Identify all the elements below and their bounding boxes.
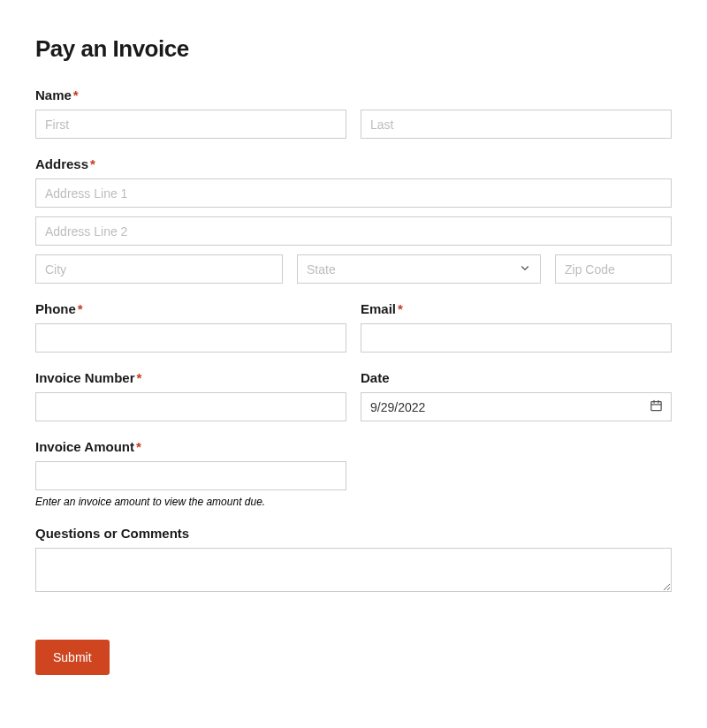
required-marker: * (136, 439, 141, 454)
state-select[interactable]: State (297, 254, 541, 284)
city-input[interactable] (35, 254, 283, 284)
required-marker: * (398, 301, 403, 316)
invoice-number-input[interactable] (35, 392, 346, 421)
date-label: Date (361, 370, 672, 385)
invoice-amount-label: Invoice Amount* (35, 439, 346, 454)
page-title: Pay an Invoice (35, 35, 672, 63)
address-line2-input[interactable] (35, 216, 672, 246)
first-name-input[interactable] (35, 110, 346, 139)
invoice-amount-input[interactable] (35, 461, 346, 490)
invoice-amount-hint: Enter an invoice amount to view the amou… (35, 496, 346, 508)
zip-input[interactable] (555, 254, 672, 284)
phone-label: Phone* (35, 301, 346, 316)
required-marker: * (73, 87, 79, 102)
required-marker: * (137, 370, 142, 385)
phone-input[interactable] (35, 323, 346, 353)
address-label: Address* (35, 156, 672, 171)
address-line1-input[interactable] (35, 178, 672, 208)
comments-label: Questions or Comments (35, 526, 672, 541)
date-input[interactable] (361, 392, 672, 421)
submit-button[interactable]: Submit (35, 640, 110, 675)
email-input[interactable] (361, 323, 672, 353)
last-name-input[interactable] (361, 110, 672, 139)
state-placeholder: State (307, 262, 336, 277)
invoice-number-label: Invoice Number* (35, 370, 346, 385)
name-label: Name* (35, 87, 672, 102)
required-marker: * (78, 301, 83, 316)
required-marker: * (90, 156, 95, 171)
comments-textarea[interactable] (35, 548, 672, 592)
email-label: Email* (361, 301, 672, 316)
chevron-down-icon (519, 262, 531, 277)
